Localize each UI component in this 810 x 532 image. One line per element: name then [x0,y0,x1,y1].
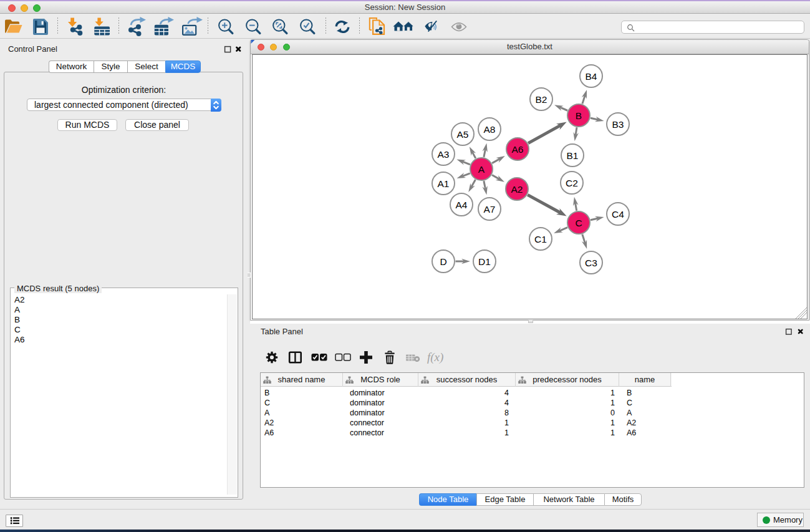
svg-text:B2: B2 [536,94,547,105]
svg-text:A7: A7 [484,204,496,215]
svg-text:A2: A2 [511,184,523,195]
svg-text:B: B [576,110,582,121]
svg-text:C3: C3 [585,258,597,268]
svg-text:A3: A3 [438,149,450,160]
svg-text:A5: A5 [457,129,469,140]
svg-text:C4: C4 [612,209,624,220]
svg-text:A1: A1 [438,178,450,189]
svg-text:A6: A6 [512,144,524,155]
svg-text:A8: A8 [484,124,496,135]
svg-text:D: D [440,256,446,267]
svg-text:D1: D1 [478,256,491,267]
svg-text:C: C [575,218,582,228]
svg-text:B3: B3 [612,119,624,130]
svg-text:B4: B4 [586,71,597,82]
svg-text:C1: C1 [534,234,547,244]
svg-text:C2: C2 [566,178,578,188]
svg-text:A4: A4 [456,200,468,210]
svg-text:B1: B1 [567,150,579,161]
svg-text:A: A [478,164,485,175]
